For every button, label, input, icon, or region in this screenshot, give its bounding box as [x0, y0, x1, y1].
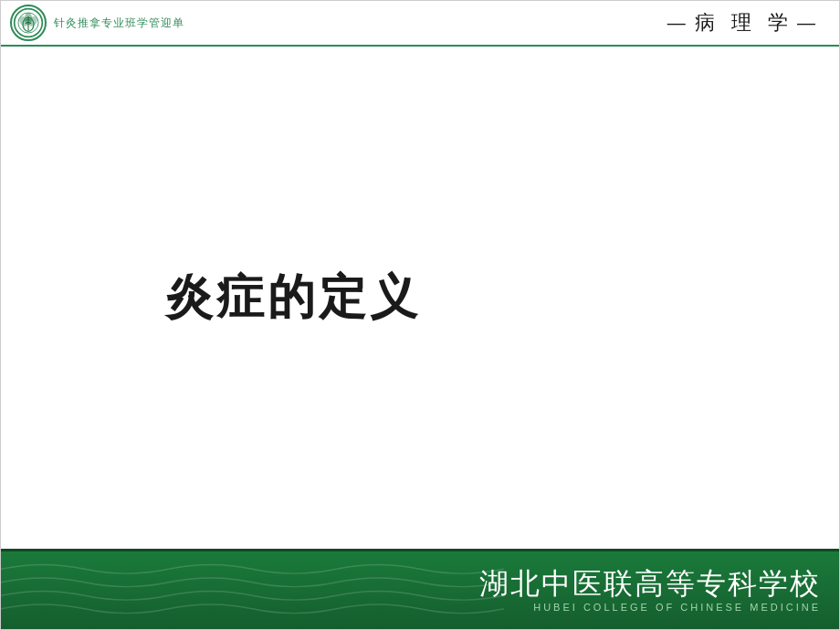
wave-decoration — [1, 551, 504, 629]
title-main-text: 病 理 学 — [695, 9, 793, 37]
slide-title: 炎症的定义 — [165, 266, 421, 330]
slide-container: 针灸推拿专业班学管迎单 — 病 理 学 — 炎症的定义 湖北中医联高等专科学校 … — [0, 0, 840, 630]
logo-circle — [10, 5, 47, 41]
title-dash-left: — — [667, 13, 691, 34]
header-subtitle: 针灸推拿专业班学管迎单 — [54, 16, 184, 31]
footer-text-block: 湖北中医联高等专科学校 HUBEI COLLEGE OF CHINESE MED… — [479, 569, 821, 613]
header-title: — 病 理 学 — — [667, 9, 821, 37]
footer-english-text: HUBEI COLLEGE OF CHINESE MEDICINE — [533, 602, 821, 613]
bottom-footer: 湖北中医联高等专科学校 HUBEI COLLEGE OF CHINESE MED… — [1, 549, 839, 629]
footer-chinese-text: 湖北中医联高等专科学校 — [479, 569, 821, 598]
main-content: 炎症的定义 — [1, 48, 839, 547]
logo-area: 针灸推拿专业班学管迎单 — [10, 5, 184, 41]
top-bar: 针灸推拿专业班学管迎单 — 病 理 学 — — [1, 1, 839, 47]
title-dash-right: — — [797, 13, 821, 34]
